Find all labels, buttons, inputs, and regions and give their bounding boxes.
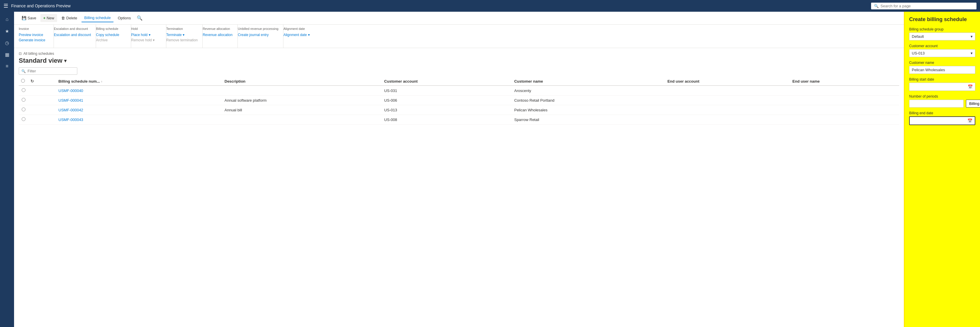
row-select-radio[interactable] [22,107,25,111]
delete-icon: 🗑 [61,16,65,20]
cmd-group-hold-title: Hold [131,27,138,30]
customer-account-cell: US-013 [382,105,512,115]
billing-schedule-group-dropdown-icon: ▾ [970,34,973,39]
customer-name-col-header[interactable]: Customer name [512,77,665,86]
row-radio-cell[interactable] [19,96,28,105]
number-of-periods-input[interactable] [909,100,964,107]
generate-invoice-btn[interactable]: Generate invoice [19,38,45,43]
billing-schedule-num-cell[interactable]: USMF-000040 [56,86,222,96]
filter-icon[interactable]: ⊡ [19,51,22,56]
customer-name-cell: Contoso Retail Portland [512,96,665,105]
remove-hold-arrow-icon: ▾ [153,38,154,42]
customer-name-input[interactable]: Pelican Wholesales [909,66,975,74]
terminate-arrow-icon: ▾ [183,33,185,37]
row-empty-cell [28,105,56,115]
end-user-name-cell [790,105,899,115]
row-empty-cell [28,96,56,105]
left-sidebar: ⌂ ★ ◷ ▦ ≡ [0,12,14,327]
cmd-group-unbilled: Unbilled revenue processing Create journ… [238,25,283,48]
billing-schedule-num-cell[interactable]: USMF-000041 [56,96,222,105]
place-hold-arrow-icon: ▾ [149,33,151,37]
calendar-icon[interactable]: 📅 [968,85,973,89]
hamburger-icon[interactable]: ☰ [3,3,8,9]
periods-row: Billing end date [909,100,975,107]
customer-account-cell: US-031 [382,86,512,96]
revenue-allocation-btn[interactable]: Revenue allocation [203,32,232,38]
billing-schedule-group-field: Billing schedule group Default ▾ [909,27,975,40]
billing-end-date-input[interactable]: 📅 [909,116,975,125]
delete-button[interactable]: 🗑 Delete [58,14,80,22]
filter-input[interactable] [27,69,77,73]
right-panel-title: Create billing schedule [909,16,975,22]
row-select-radio[interactable] [22,88,25,92]
options-tab[interactable]: Options [115,14,134,22]
sidebar-home-icon[interactable]: ⌂ [1,14,13,25]
standard-view-label[interactable]: Standard view ▾ [19,57,899,64]
end-user-name-col-header[interactable]: End user name [790,77,899,86]
billing-schedule-num-cell[interactable]: USMF-000042 [56,105,222,115]
refresh-icon[interactable]: ↻ [30,79,34,83]
alignment-date-arrow-icon: ▾ [308,33,310,37]
row-radio-cell[interactable] [19,115,28,124]
view-area: ⊡ All billing schedules Standard view ▾ … [14,48,904,77]
sidebar-workspaces-icon[interactable]: ▦ [1,49,13,60]
command-bar: Invoice Preview invoice Generate invoice… [14,25,904,48]
preview-invoice-btn[interactable]: Preview invoice [19,32,43,38]
cmd-group-hold: Hold Place hold ▾ Remove hold ▾ [131,25,166,48]
billing-start-date-label: Billing start date [909,77,975,81]
description-cell [222,86,382,96]
cmd-group-invoice-title: Invoice [19,27,29,30]
number-of-periods-label: Number of periods [909,94,975,99]
customer-name-cell: Aroscenty [512,86,665,96]
description-col-header[interactable]: Description [222,77,382,86]
billing-end-date-calendar-icon[interactable]: 📅 [967,118,972,123]
billing-end-date-button[interactable]: Billing end date [966,100,980,107]
cmd-group-billing-schedule: Billing schedule Copy schedule Archive [96,25,131,48]
row-select-radio[interactable] [22,98,25,102]
search-input[interactable] [880,4,974,8]
filter-input-container[interactable]: 🔍 [19,67,77,75]
cmd-group-revenue-title: Revenue allocation [203,27,230,30]
billing-schedule-group-select[interactable]: Default ▾ [909,32,975,40]
new-button[interactable]: + New [40,14,57,22]
number-of-periods-field: Number of periods Billing end date [909,94,975,107]
billing-schedule-num-cell[interactable]: USMF-000043 [56,115,222,124]
alignment-date-btn[interactable]: Alignment date ▾ [283,32,310,38]
escalation-discount-btn[interactable]: Escalation and discount [54,32,91,38]
select-all-col[interactable] [19,77,28,86]
customer-account-col-header[interactable]: Customer account [382,77,512,86]
sidebar-recent-icon[interactable]: ◷ [1,38,13,48]
billing-schedule-num-col-header[interactable]: Billing schedule num... ↑ [56,77,222,86]
sidebar-favorites-icon[interactable]: ★ [1,26,13,36]
view-dropdown-icon: ▾ [64,58,67,64]
end-user-account-col-header[interactable]: End user account [665,77,790,86]
end-user-account-cell [665,86,790,96]
end-user-account-cell [665,105,790,115]
customer-name-cell: Sparrow Retail [512,115,665,124]
place-hold-btn[interactable]: Place hold ▾ [131,32,151,38]
create-journal-entry-btn[interactable]: Create journal entry [238,32,269,38]
global-search[interactable]: 🔍 [871,3,977,10]
billing-schedule-tab[interactable]: Billing schedule [81,14,114,22]
copy-schedule-btn[interactable]: Copy schedule [96,32,119,38]
terminate-btn[interactable]: Terminate ▾ [166,32,185,38]
select-all-radio[interactable] [21,79,25,83]
cmd-group-escalation: Escalation and discount Escalation and d… [54,25,96,48]
search-icon: 🔍 [874,4,879,8]
cmd-group-invoice: Invoice Preview invoice Generate invoice [19,25,54,48]
customer-account-select[interactable]: US-013 ▾ [909,49,975,57]
save-button[interactable]: 💾 Save [19,14,39,22]
right-panel: Create billing schedule Billing schedule… [904,12,980,327]
row-select-radio[interactable] [22,117,25,121]
sort-icon: ↑ [101,80,102,83]
row-radio-cell[interactable] [19,86,28,96]
table-header-row: ↻ Billing schedule num... ↑ Description … [19,77,899,86]
customer-account-cell: US-006 [382,96,512,105]
toolbar-search-button[interactable]: 🔍 [135,13,144,23]
toolbar: 💾 Save + New 🗑 Delete Billing schedule O… [14,12,904,25]
remove-hold-btn: Remove hold ▾ [131,38,155,43]
row-radio-cell[interactable] [19,105,28,115]
billing-start-date-input[interactable]: 📅 [909,83,975,91]
customer-account-cell: US-008 [382,115,512,124]
sidebar-modules-icon[interactable]: ≡ [1,61,13,72]
